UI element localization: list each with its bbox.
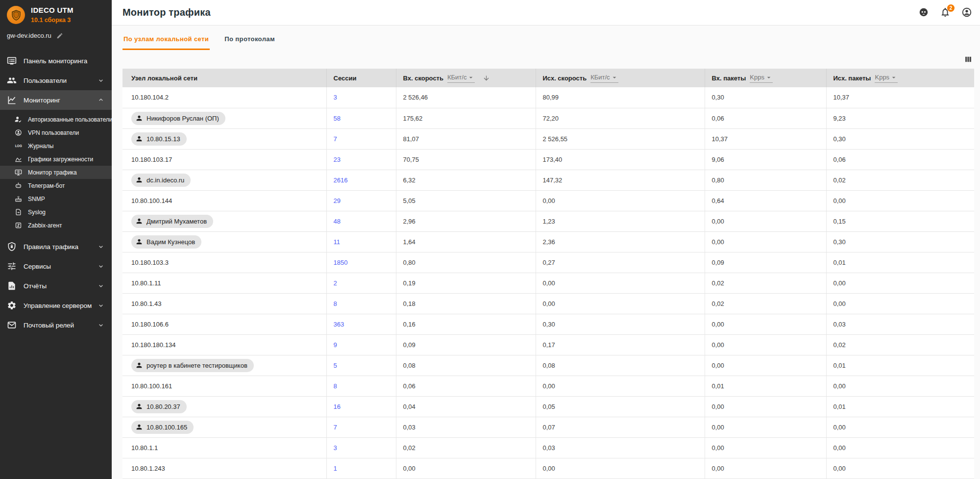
sessions-link[interactable]: 3 [334,94,337,101]
user-chip: Никифоров Руслан (ОП) [131,112,225,125]
sessions-link[interactable]: 363 [334,321,344,328]
app-logo [7,6,25,24]
sessions-link[interactable]: 58 [334,115,341,122]
notification-badge: 2 [947,4,955,12]
node-label: 10.180.104.2 [131,94,169,101]
sidebar-item-load-graphs[interactable]: Графики загруженности [0,152,112,166]
sidebar-item-label: Почтовый релей [24,322,74,329]
node-cell: 10.180.103.17 [122,149,326,170]
sessions-cell: 363 [326,314,396,334]
sessions-link[interactable]: 29 [334,197,341,204]
reports-icon [7,281,17,291]
node-label: 10.80.1.1 [131,444,158,452]
sidebar-item-traffic-rules[interactable]: Правила трафика [0,237,112,256]
node-cell: 10.80.15.13 [122,128,326,149]
node-cell: 10.80.100.161 [122,376,326,396]
sessions-link[interactable]: 1850 [334,259,348,266]
hostname-row: gw-dev.ideco.ru [0,27,112,47]
in-packets-cell: 0,09 [705,252,826,273]
user-chip: dc.in.ideco.ru [131,174,191,187]
dashboard-icon [7,56,17,66]
notifications-button[interactable]: 2 [939,7,951,19]
tab-by-nodes[interactable]: По узлам локальной сети [122,34,210,50]
sidebar-item-users[interactable]: Пользователи [0,71,112,90]
out-packets-cell: 0,30 [826,231,974,252]
sessions-link[interactable]: 48 [334,218,341,225]
sessions-link[interactable]: 2616 [334,176,348,184]
column-label: Исх. скорость [543,75,587,82]
column-header-inner: Исх. скоростьКБит/с [543,69,705,87]
sessions-link[interactable]: 7 [334,135,337,143]
assistant-button[interactable] [918,7,930,19]
column-header-in-packets[interactable]: Вх. пакетыKpps [705,69,826,87]
services-icon [7,261,17,271]
sessions-cell: 3 [326,437,396,458]
sessions-link[interactable]: 8 [334,300,337,307]
page-title: Монитор трафика [122,7,211,18]
sidebar-item-telegram-bot[interactable]: Телеграм-бот [0,179,112,192]
sidebar-item-server-management[interactable]: Управление сервером [0,296,112,315]
sessions-link[interactable]: 2 [334,279,337,287]
sidebar-item-logs[interactable]: Журналы [0,139,112,152]
sidebar-submenu: Авторизованные пользователиVPN пользоват… [0,110,112,237]
node-label: 10.180.103.17 [131,156,172,163]
node-cell: 10.80.100.144 [122,190,326,211]
sessions-link[interactable]: 16 [334,403,341,410]
sidebar-item-zabbix-agent[interactable]: Zabbix-агент [0,219,112,232]
sidebar-item-reports[interactable]: Отчёты [0,276,112,296]
columns-icon [964,55,973,64]
sidebar-item-label: VPN пользователи [28,129,79,136]
sessions-link[interactable]: 7 [334,424,337,431]
sidebar-item-mail-relay[interactable]: Почтовый релей [0,315,112,335]
column-header-sessions[interactable]: Сессии [326,69,396,87]
sidebar-item-label: Монитор трафика [28,169,77,176]
out-packets-cell: 0,02 [826,334,974,355]
sessions-link[interactable]: 9 [334,341,337,349]
sessions-link[interactable]: 11 [334,238,341,246]
node-cell: 10.180.180.134 [122,334,326,355]
unit-select[interactable]: Kpps [875,74,898,83]
out-speed-cell: 0,00 [536,273,705,293]
sidebar-item-traffic-monitor[interactable]: Монитор трафика [0,166,112,179]
column-header-node[interactable]: Узел локальной сети [122,69,326,87]
traffic-rules-icon [7,242,17,252]
table-toolbar [122,50,974,69]
sidebar-item-syslog[interactable]: Syslog [0,205,112,219]
users-icon [7,76,17,85]
sidebar-item-label: Syslog [28,209,46,216]
column-header-inner: Вх. пакетыKpps [712,69,826,87]
columns-settings-button[interactable] [964,55,973,64]
out-packets-cell: 0,00 [826,293,974,314]
column-header-out-packets[interactable]: Исх. пакетыKpps [826,69,974,87]
unit-select[interactable]: Kpps [750,74,773,83]
sidebar-item-services[interactable]: Сервисы [0,256,112,276]
sidebar-item-label: Панель мониторинга [24,57,87,65]
sidebar-item-label: Журналы [28,143,53,150]
snmp-icon [15,195,22,202]
tab-by-protocols[interactable]: По протоколам [223,34,276,50]
sessions-link[interactable]: 1 [334,465,337,472]
unit-select[interactable]: КБит/с [447,74,475,83]
sessions-link[interactable]: 8 [334,382,337,390]
unit-select[interactable]: КБит/с [590,74,618,83]
sidebar-item-authorized-users[interactable]: Авторизованные пользователи [0,113,112,126]
sidebar-item-snmp[interactable]: SNMP [0,192,112,205]
table-row: 10.80.20.37160,040,050,000,01 [122,396,974,417]
column-header-out-speed[interactable]: Исх. скоростьКБит/с [536,69,705,87]
edit-hostname-icon[interactable] [56,32,63,39]
caret-icon [467,74,475,81]
in-speed-cell: 175,62 [396,108,536,128]
column-header-in-speed[interactable]: Вх. скоростьКБит/с [396,69,536,87]
sessions-link[interactable]: 5 [334,362,337,369]
sidebar-item-monitoring[interactable]: Мониторинг [0,90,112,110]
account-button[interactable] [961,7,973,19]
column-label: Исх. пакеты [833,75,871,82]
node-label: роутер в кабинете тестировщиков [147,362,247,369]
table-row: Никифоров Руслан (ОП)58175,6272,200,069,… [122,108,974,128]
sessions-link[interactable]: 3 [334,444,337,452]
sidebar-item-dashboard[interactable]: Панель мониторинга [0,51,112,71]
sidebar-item-vpn-users[interactable]: VPN пользователи [0,126,112,139]
in-packets-cell: 9,06 [705,149,826,170]
in-packets-cell: 0,01 [705,376,826,396]
sessions-link[interactable]: 23 [334,156,341,163]
